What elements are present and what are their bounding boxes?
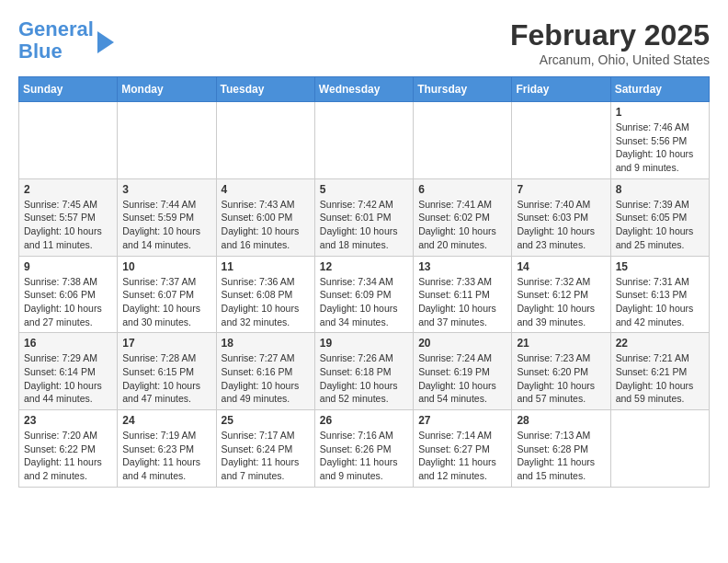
month-title: February 2025 bbox=[510, 18, 710, 52]
calendar-day-15: 15Sunrise: 7:31 AM Sunset: 6:13 PM Dayli… bbox=[610, 256, 709, 333]
day-info: Sunrise: 7:26 AM Sunset: 6:18 PM Dayligh… bbox=[320, 351, 408, 406]
day-number: 23 bbox=[24, 414, 112, 427]
calendar-day-7: 7Sunrise: 7:40 AM Sunset: 6:03 PM Daylig… bbox=[512, 178, 610, 256]
day-info: Sunrise: 7:17 AM Sunset: 6:24 PM Dayligh… bbox=[222, 429, 310, 483]
day-number: 3 bbox=[122, 183, 210, 196]
page-header: General Blue February 2025 Arcanum, Ohio… bbox=[18, 18, 710, 67]
day-number: 9 bbox=[24, 260, 112, 273]
calendar-day-3: 3Sunrise: 7:44 AM Sunset: 5:59 PM Daylig… bbox=[118, 178, 216, 256]
day-info: Sunrise: 7:39 AM Sunset: 6:05 PM Dayligh… bbox=[616, 198, 704, 252]
calendar-day-23: 23Sunrise: 7:20 AM Sunset: 6:22 PM Dayli… bbox=[19, 410, 118, 488]
logo: General Blue bbox=[18, 18, 114, 63]
day-number: 21 bbox=[517, 337, 605, 350]
calendar-day-17: 17Sunrise: 7:28 AM Sunset: 6:15 PM Dayli… bbox=[118, 333, 216, 410]
calendar-day-27: 27Sunrise: 7:14 AM Sunset: 6:27 PM Dayli… bbox=[414, 410, 512, 488]
day-number: 8 bbox=[616, 183, 704, 196]
day-number: 5 bbox=[320, 183, 408, 196]
day-number: 12 bbox=[320, 260, 408, 273]
calendar-day-26: 26Sunrise: 7:16 AM Sunset: 6:26 PM Dayli… bbox=[314, 410, 413, 488]
calendar-day-25: 25Sunrise: 7:17 AM Sunset: 6:24 PM Dayli… bbox=[216, 410, 314, 488]
day-number: 2 bbox=[24, 183, 112, 196]
calendar-day-10: 10Sunrise: 7:37 AM Sunset: 6:07 PM Dayli… bbox=[118, 256, 216, 333]
logo-blue: Blue bbox=[18, 40, 63, 63]
day-number: 19 bbox=[320, 337, 408, 350]
calendar-empty-cell bbox=[512, 102, 610, 179]
calendar-day-24: 24Sunrise: 7:19 AM Sunset: 6:23 PM Dayli… bbox=[118, 410, 216, 488]
calendar-empty-cell bbox=[118, 102, 216, 179]
day-info: Sunrise: 7:16 AM Sunset: 6:26 PM Dayligh… bbox=[320, 429, 408, 483]
calendar-empty-cell bbox=[610, 410, 709, 488]
day-number: 10 bbox=[122, 260, 210, 273]
day-number: 14 bbox=[517, 260, 605, 273]
day-number: 6 bbox=[418, 183, 506, 196]
day-number: 4 bbox=[222, 183, 310, 196]
calendar-week-row: 2Sunrise: 7:45 AM Sunset: 5:57 PM Daylig… bbox=[19, 178, 710, 256]
calendar-week-row: 16Sunrise: 7:29 AM Sunset: 6:14 PM Dayli… bbox=[19, 333, 710, 410]
day-number: 18 bbox=[222, 337, 310, 350]
day-info: Sunrise: 7:28 AM Sunset: 6:15 PM Dayligh… bbox=[122, 351, 210, 406]
day-info: Sunrise: 7:33 AM Sunset: 6:11 PM Dayligh… bbox=[418, 275, 506, 329]
calendar-day-11: 11Sunrise: 7:36 AM Sunset: 6:08 PM Dayli… bbox=[216, 256, 314, 333]
day-number: 20 bbox=[418, 337, 506, 350]
day-number: 25 bbox=[222, 414, 310, 427]
day-info: Sunrise: 7:23 AM Sunset: 6:20 PM Dayligh… bbox=[517, 351, 605, 406]
calendar-day-20: 20Sunrise: 7:24 AM Sunset: 6:19 PM Dayli… bbox=[414, 333, 512, 410]
day-info: Sunrise: 7:41 AM Sunset: 6:02 PM Dayligh… bbox=[418, 198, 506, 252]
day-info: Sunrise: 7:40 AM Sunset: 6:03 PM Dayligh… bbox=[517, 198, 605, 252]
day-number: 22 bbox=[616, 337, 704, 350]
logo-arrow-icon bbox=[97, 31, 114, 53]
day-number: 7 bbox=[517, 183, 605, 196]
calendar-day-18: 18Sunrise: 7:27 AM Sunset: 6:16 PM Dayli… bbox=[216, 333, 314, 410]
logo-general: General bbox=[18, 17, 94, 40]
calendar-day-28: 28Sunrise: 7:13 AM Sunset: 6:28 PM Dayli… bbox=[512, 410, 610, 488]
day-number: 24 bbox=[122, 414, 210, 427]
calendar-day-13: 13Sunrise: 7:33 AM Sunset: 6:11 PM Dayli… bbox=[414, 256, 512, 333]
calendar-empty-cell bbox=[314, 102, 413, 179]
day-number: 1 bbox=[616, 106, 704, 119]
day-info: Sunrise: 7:29 AM Sunset: 6:14 PM Dayligh… bbox=[24, 351, 112, 406]
calendar-day-14: 14Sunrise: 7:32 AM Sunset: 6:12 PM Dayli… bbox=[512, 256, 610, 333]
calendar-empty-cell bbox=[19, 102, 118, 179]
day-info: Sunrise: 7:38 AM Sunset: 6:06 PM Dayligh… bbox=[24, 275, 112, 329]
calendar-week-row: 1Sunrise: 7:46 AM Sunset: 5:56 PM Daylig… bbox=[19, 102, 710, 179]
calendar-week-row: 23Sunrise: 7:20 AM Sunset: 6:22 PM Dayli… bbox=[19, 410, 710, 488]
calendar-day-8: 8Sunrise: 7:39 AM Sunset: 6:05 PM Daylig… bbox=[610, 178, 709, 256]
day-info: Sunrise: 7:13 AM Sunset: 6:28 PM Dayligh… bbox=[517, 429, 605, 483]
day-info: Sunrise: 7:27 AM Sunset: 6:16 PM Dayligh… bbox=[222, 351, 310, 406]
day-info: Sunrise: 7:32 AM Sunset: 6:12 PM Dayligh… bbox=[517, 275, 605, 329]
day-number: 27 bbox=[418, 414, 506, 427]
day-number: 13 bbox=[418, 260, 506, 273]
day-number: 17 bbox=[122, 337, 210, 350]
calendar-day-9: 9Sunrise: 7:38 AM Sunset: 6:06 PM Daylig… bbox=[19, 256, 118, 333]
day-info: Sunrise: 7:43 AM Sunset: 6:00 PM Dayligh… bbox=[222, 198, 310, 252]
day-info: Sunrise: 7:24 AM Sunset: 6:19 PM Dayligh… bbox=[418, 351, 506, 406]
day-number: 28 bbox=[517, 414, 605, 427]
calendar: SundayMondayTuesdayWednesdayThursdayFrid… bbox=[18, 76, 710, 488]
calendar-day-21: 21Sunrise: 7:23 AM Sunset: 6:20 PM Dayli… bbox=[512, 333, 610, 410]
day-info: Sunrise: 7:37 AM Sunset: 6:07 PM Dayligh… bbox=[122, 275, 210, 329]
weekday-header-tuesday: Tuesday bbox=[216, 77, 314, 102]
calendar-day-16: 16Sunrise: 7:29 AM Sunset: 6:14 PM Dayli… bbox=[19, 333, 118, 410]
weekday-header-sunday: Sunday bbox=[19, 77, 118, 102]
day-info: Sunrise: 7:14 AM Sunset: 6:27 PM Dayligh… bbox=[418, 429, 506, 483]
calendar-day-5: 5Sunrise: 7:42 AM Sunset: 6:01 PM Daylig… bbox=[314, 178, 413, 256]
calendar-day-1: 1Sunrise: 7:46 AM Sunset: 5:56 PM Daylig… bbox=[610, 102, 709, 179]
day-info: Sunrise: 7:21 AM Sunset: 6:21 PM Dayligh… bbox=[616, 351, 704, 406]
day-info: Sunrise: 7:34 AM Sunset: 6:09 PM Dayligh… bbox=[320, 275, 408, 329]
day-info: Sunrise: 7:42 AM Sunset: 6:01 PM Dayligh… bbox=[320, 198, 408, 252]
weekday-header-thursday: Thursday bbox=[414, 77, 512, 102]
day-info: Sunrise: 7:36 AM Sunset: 6:08 PM Dayligh… bbox=[222, 275, 310, 329]
calendar-day-19: 19Sunrise: 7:26 AM Sunset: 6:18 PM Dayli… bbox=[314, 333, 413, 410]
calendar-day-22: 22Sunrise: 7:21 AM Sunset: 6:21 PM Dayli… bbox=[610, 333, 709, 410]
title-block: February 2025 Arcanum, Ohio, United Stat… bbox=[510, 18, 710, 67]
weekday-header-row: SundayMondayTuesdayWednesdayThursdayFrid… bbox=[19, 77, 710, 102]
day-number: 16 bbox=[24, 337, 112, 350]
day-info: Sunrise: 7:46 AM Sunset: 5:56 PM Dayligh… bbox=[616, 121, 704, 175]
calendar-empty-cell bbox=[414, 102, 512, 179]
logo-text: General Blue bbox=[18, 18, 94, 63]
day-number: 26 bbox=[320, 414, 408, 427]
day-info: Sunrise: 7:31 AM Sunset: 6:13 PM Dayligh… bbox=[616, 275, 704, 329]
day-info: Sunrise: 7:45 AM Sunset: 5:57 PM Dayligh… bbox=[24, 198, 112, 252]
location: Arcanum, Ohio, United States bbox=[510, 52, 710, 67]
weekday-header-monday: Monday bbox=[118, 77, 216, 102]
